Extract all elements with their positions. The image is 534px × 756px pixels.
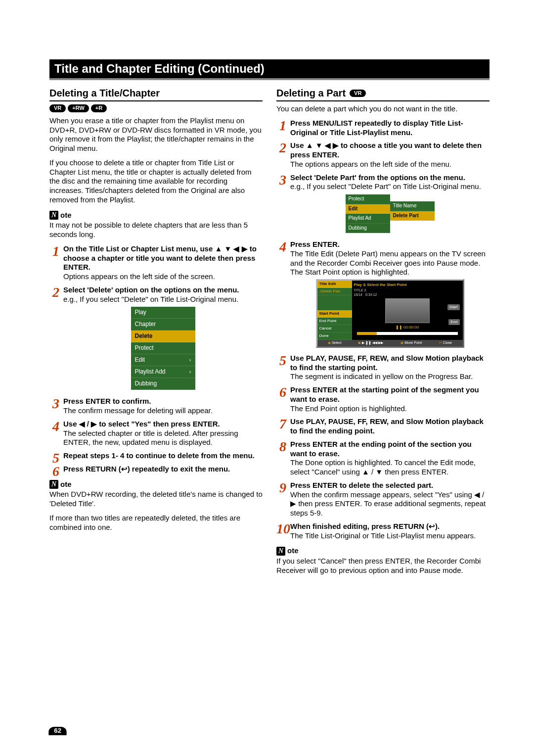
- pill-vr: VR: [49, 104, 66, 112]
- step-body: The segment is indicated in yellow on th…: [290, 372, 490, 381]
- step-lead: Use ◀ / ▶ to select "Yes" then press ENT…: [63, 420, 220, 428]
- step-lead: Press ENTER at the ending point of the s…: [290, 440, 472, 458]
- chevron-right-icon: ›: [189, 369, 191, 376]
- step-body: Options appears on the left side of the …: [63, 272, 263, 282]
- tv-foot-play: ▶ ❚❚ ◀◀ ▶▶: [358, 341, 383, 345]
- step-lead: Press ENTER.: [290, 240, 340, 248]
- step-r10: When finished editing, press RETURN (↩).…: [276, 522, 490, 541]
- tv-body: Title Edit -Delete Part Start Point End …: [317, 281, 463, 340]
- step-lead: Use PLAY, PAUSE, FF, REW, and Slow Motio…: [290, 354, 484, 372]
- note-icon: N: [276, 547, 285, 556]
- intro-right: You can delete a part which you do not w…: [276, 104, 490, 114]
- note-label: ote: [60, 480, 72, 489]
- intro-paragraph-1: When you erase a title or chapter from t…: [49, 116, 263, 153]
- menu-item-protect: Protect: [131, 342, 195, 354]
- tv-progress-bar: [357, 332, 458, 335]
- step-6: Press RETURN (↩) repeatedly to exit the …: [49, 465, 263, 474]
- step-lead: Use ▲ ▼ ◀ ▶ to choose a title you want t…: [290, 141, 482, 159]
- step-1: On the Title List or Chapter List menu, …: [49, 244, 263, 282]
- step-5: Repeat steps 1- 4 to continue to delete …: [49, 451, 263, 461]
- tv-footer: Select ▶ ❚❚ ◀◀ ▶▶ Move Point Close: [317, 340, 463, 346]
- note-text-1: It may not be possible to delete chapter…: [49, 221, 263, 239]
- tv-done: Done: [317, 332, 352, 340]
- step-body: The Done option is highlighted. To cance…: [290, 458, 490, 477]
- menu-item-chapter: Chapter: [131, 319, 195, 331]
- step-body: The options appears on the left side of …: [290, 160, 490, 169]
- page-number: 62: [48, 727, 67, 735]
- step-body: e.g., If you select "Delete Part" on Tit…: [290, 182, 490, 191]
- step-body: e.g., If you select "Delete" on Title Li…: [63, 295, 263, 304]
- step-lead: Select 'Delete' option on the options on…: [63, 285, 239, 294]
- tv-foot-move: Move Point: [400, 341, 422, 345]
- mini-protect: Protect: [346, 194, 390, 204]
- tv-main: Play & Select the Start Point TITLE 2 10…: [352, 281, 463, 340]
- tv-side-head: Title Edit: [317, 281, 352, 288]
- step-body: The confirm message for deleting will ap…: [63, 406, 263, 416]
- left-column: Deleting a Title/Chapter VR +RW +R When …: [49, 87, 263, 580]
- step-body: The End Point option is highlighted.: [290, 404, 490, 414]
- steps-left: On the Title List or Chapter List menu, …: [49, 244, 263, 474]
- tv-side-menu: Title Edit -Delete Part Start Point End …: [317, 281, 352, 340]
- mini-menu-graphic: Protect Edit Playlist Ad Dubbing Title N…: [346, 194, 435, 233]
- tv-foot-close: Close: [439, 341, 452, 345]
- note-text-2a: When DVD+RW recording, the deleted title…: [49, 490, 263, 509]
- step-body: When the confirm message appears, select…: [290, 490, 490, 518]
- tv-end-label: End: [448, 319, 459, 325]
- page-title: Title and Chapter Editing (Continued): [49, 59, 490, 80]
- note-heading-right: Note: [276, 546, 490, 556]
- step-lead: Press ENTER to confirm.: [63, 397, 151, 405]
- step-2: Select 'Delete' option on the options on…: [49, 285, 263, 390]
- step-r2: Use ▲ ▼ ◀ ▶ to choose a title you want t…: [276, 141, 490, 169]
- heading-text: Deleting a Part: [276, 87, 346, 99]
- step-lead: Press MENU/LIST repeatedly to display Ti…: [290, 119, 463, 137]
- pill-plusr: +R: [91, 104, 107, 112]
- note-text-2b: If more than two titles are repeatedly d…: [49, 514, 263, 532]
- tv-thumbnail: [385, 298, 430, 323]
- step-body: The Title Edit (Delete Part) menu appear…: [290, 249, 490, 277]
- menu-item-playlist-add: Playlist Add ›: [131, 366, 195, 378]
- tv-dur: 0:34:12: [365, 293, 377, 296]
- tv-foot-select: Select: [328, 341, 341, 345]
- mini-menu-left: Protect Edit Playlist Ad Dubbing: [346, 194, 390, 233]
- step-lead: Press ENTER to delete the selected part.: [290, 481, 433, 489]
- tv-startpoint: Start Point: [317, 310, 352, 318]
- note-heading-2: Note: [49, 480, 263, 489]
- step-r9: Press ENTER to delete the selected part.…: [276, 481, 490, 518]
- step-r5: Use PLAY, PAUSE, FF, REW, and Slow Motio…: [276, 354, 490, 381]
- menu-item-playlistadd-label: Playlist Add: [135, 368, 166, 376]
- menu-item-play: Play: [131, 307, 195, 319]
- tv-date: 10/14: [354, 293, 363, 296]
- step-4: Use ◀ / ▶ to select "Yes" then press ENT…: [49, 420, 263, 447]
- step-lead: Repeat steps 1- 4 to continue to delete …: [63, 451, 255, 460]
- step-lead: On the Title List or Chapter List menu, …: [63, 244, 257, 272]
- step-lead: Select 'Delete Part' from the options on…: [290, 173, 465, 182]
- tv-side-sub: -Delete Part: [317, 288, 352, 295]
- note-heading-1: Note: [49, 211, 263, 220]
- note-text-right: If you select "Cancel" then press ENTER,…: [276, 557, 490, 575]
- mini-deletepart: Delete Part: [390, 211, 435, 221]
- note-icon: N: [49, 480, 58, 489]
- note-label: ote: [287, 546, 299, 556]
- step-3: Press ENTER to confirm. The confirm mess…: [49, 397, 263, 416]
- chevron-right-icon: ›: [189, 357, 191, 364]
- steps-right: Press MENU/LIST repeatedly to display Ti…: [276, 119, 490, 541]
- tv-main-top: Play & Select the Start Point: [354, 283, 461, 287]
- tv-endpoint: End Point: [317, 318, 352, 325]
- note-icon: N: [49, 211, 58, 220]
- option-menu-graphic: Play Chapter Delete Protect Edit › Playl…: [131, 307, 195, 390]
- pill-vr: VR: [350, 90, 366, 97]
- menu-item-edit: Edit ›: [131, 354, 195, 366]
- step-lead: Press ENTER at the starting point of the…: [290, 385, 479, 403]
- mini-dubbing: Dubbing: [346, 224, 390, 234]
- step-r7: Use PLAY, PAUSE, FF, REW, and Slow Motio…: [276, 417, 490, 436]
- step-r4: Press ENTER. The Title Edit (Delete Part…: [276, 240, 490, 348]
- step-body: The selected chapter or title is deleted…: [63, 429, 263, 448]
- section-heading-right: Deleting a Part VR: [276, 87, 490, 101]
- pill-plusrw: +RW: [68, 104, 89, 112]
- step-lead: Press RETURN (↩) repeatedly to exit the …: [63, 465, 230, 473]
- right-column: Deleting a Part VR You can delete a part…: [276, 87, 490, 580]
- tv-start-label: Start: [447, 304, 460, 310]
- tv-screen-graphic: Title Edit -Delete Part Start Point End …: [316, 279, 464, 348]
- step-r8: Press ENTER at the ending point of the s…: [276, 440, 490, 477]
- mini-titlename: Title Name: [390, 201, 435, 211]
